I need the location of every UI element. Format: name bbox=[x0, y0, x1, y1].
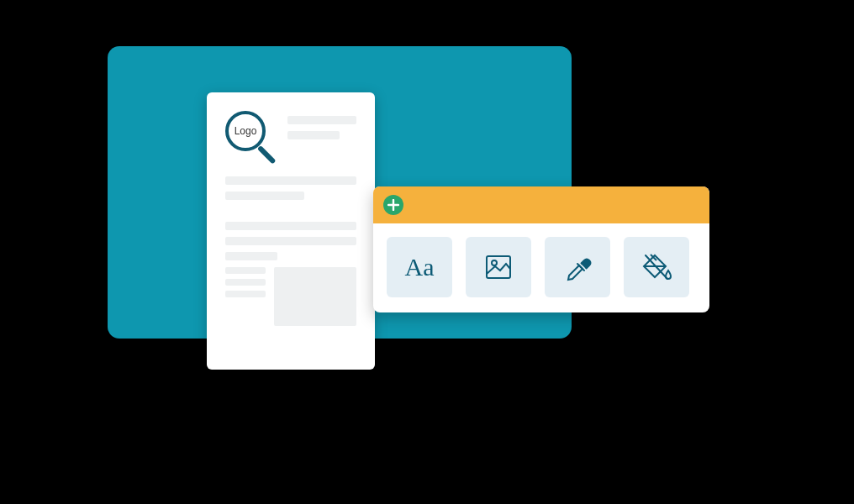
image-icon bbox=[483, 252, 514, 282]
doc-line bbox=[225, 176, 356, 185]
logo-label: Logo bbox=[235, 125, 257, 137]
add-button[interactable] bbox=[383, 195, 403, 215]
doc-heading-lines bbox=[287, 111, 356, 161]
doc-line bbox=[225, 237, 356, 245]
eyedropper-icon bbox=[562, 252, 593, 282]
toolbar-header bbox=[373, 186, 709, 223]
doc-small-lines bbox=[225, 267, 266, 326]
document-preview: Logo bbox=[207, 92, 375, 370]
text-icon: Aa bbox=[405, 255, 435, 280]
paint-bucket-icon bbox=[640, 252, 672, 282]
fill-tool[interactable] bbox=[624, 237, 689, 297]
picker-tool[interactable] bbox=[545, 237, 610, 297]
editor-toolbar: Aa bbox=[373, 186, 709, 312]
doc-thumbnail-block bbox=[274, 267, 356, 326]
doc-line bbox=[225, 252, 277, 260]
svg-rect-0 bbox=[487, 256, 510, 278]
logo-magnifier: Logo bbox=[225, 111, 276, 161]
text-tool[interactable]: Aa bbox=[387, 237, 452, 297]
doc-line bbox=[225, 192, 304, 200]
plus-icon bbox=[387, 199, 399, 211]
doc-line bbox=[225, 222, 356, 230]
svg-point-1 bbox=[492, 260, 497, 265]
image-tool[interactable] bbox=[466, 237, 531, 297]
